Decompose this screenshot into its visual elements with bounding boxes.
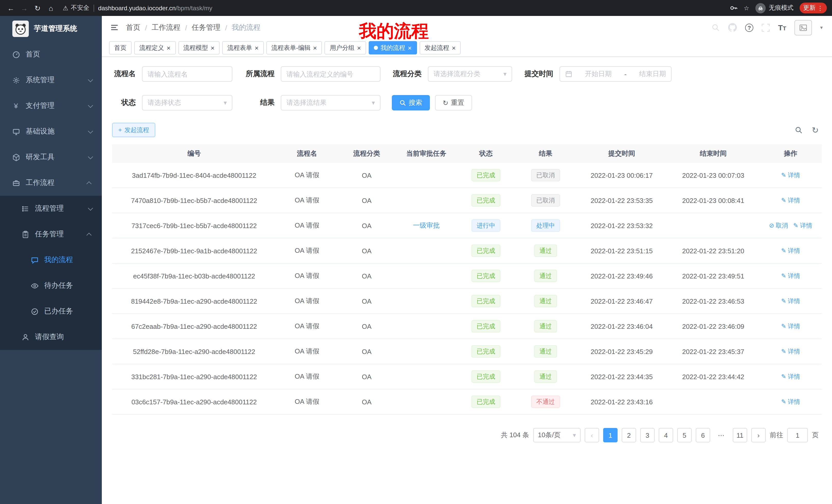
sidebar-item-todo-tasks[interactable]: 待办任务 — [0, 273, 102, 299]
more-pages-icon[interactable]: ⋯ — [714, 428, 729, 442]
detail-link[interactable]: ✎详情 — [781, 347, 800, 356]
category-select[interactable]: 请选择流程分类 ▾ — [428, 66, 512, 82]
cell-end-time: 2022-01-22 23:45:37 — [667, 347, 759, 355]
refresh-list-icon[interactable]: ↻ — [812, 125, 818, 135]
process-id-input[interactable] — [281, 66, 381, 82]
sidebar-item-leave-query[interactable]: 请假查询 — [0, 324, 102, 350]
date-range-picker[interactable]: 开始日期 - 结束日期 — [560, 66, 672, 82]
address-bar[interactable]: ⚠ 不安全 dashboard.yudao.iocoder.cn/bpm/tas… — [63, 4, 728, 12]
tab-close-icon[interactable]: × — [452, 45, 456, 51]
tab-my-process[interactable]: 我的流程× — [369, 41, 417, 54]
detail-link[interactable]: ✎详情 — [781, 196, 800, 205]
tab-close-icon[interactable]: × — [255, 45, 258, 51]
hamburger-icon[interactable] — [110, 23, 119, 32]
page-size-select[interactable]: 10条/页 ▾ — [533, 428, 580, 442]
avatar[interactable] — [795, 20, 812, 35]
cell-submit-time: 2022-01-22 23:44:35 — [576, 373, 667, 381]
security-chip[interactable]: ⚠ 不安全 — [63, 4, 89, 12]
result-select[interactable]: 请选择流结果 ▾ — [281, 95, 381, 110]
cell-id: 2152467e-7b9b-11ec-9a1b-acde48001122 — [112, 247, 276, 255]
detail-link[interactable]: ✎详情 — [781, 171, 800, 179]
sidebar-item-label: 请假查询 — [35, 332, 64, 342]
sidebar-item-label: 研发工具 — [26, 152, 54, 162]
back-icon[interactable]: ← — [5, 2, 17, 13]
font-size-icon[interactable]: TT — [778, 23, 786, 32]
page-button-6[interactable]: 6 — [696, 428, 710, 442]
status-select[interactable]: 请选择状态 ▾ — [142, 95, 232, 110]
goto-page-input[interactable] — [787, 428, 808, 442]
sidebar-item-payment[interactable]: ¥ 支付管理 — [0, 93, 102, 119]
incognito-label: 无痕模式 — [769, 4, 794, 12]
search-icon[interactable] — [712, 23, 720, 32]
sidebar-item-process-management[interactable]: 流程管理 — [0, 196, 102, 221]
sidebar-item-devtools[interactable]: 研发工具 — [0, 144, 102, 170]
prev-page-button[interactable]: ‹ — [585, 428, 599, 442]
cancel-link[interactable]: ⊘取消 — [769, 221, 788, 230]
reload-icon[interactable]: ↻ — [32, 2, 43, 13]
tab-home[interactable]: 首页 — [109, 41, 132, 54]
browser-home-icon[interactable]: ⌂ — [45, 2, 57, 13]
breadcrumb-item[interactable]: 首页 — [126, 23, 140, 32]
tab-user-group[interactable]: 用户分组× — [325, 41, 366, 54]
category-placeholder: 请选择流程分类 — [434, 69, 480, 79]
breadcrumb-item[interactable]: 工作流程 — [152, 23, 181, 32]
tab-process-form-edit[interactable]: 流程表单-编辑× — [266, 41, 322, 54]
tab-close-icon[interactable]: × — [313, 45, 317, 51]
tab-close-icon[interactable]: × — [357, 45, 361, 51]
detail-link[interactable]: ✎详情 — [781, 246, 800, 255]
sidebar-item-my-process[interactable]: 我的流程 — [0, 247, 102, 273]
breadcrumb-item[interactable]: 任务管理 — [192, 23, 220, 32]
page-button-11[interactable]: 11 — [733, 428, 747, 442]
page-button-1[interactable]: 1 — [603, 428, 618, 442]
fullscreen-icon[interactable] — [761, 23, 770, 32]
sidebar-item-system[interactable]: 系统管理 — [0, 67, 102, 93]
key-icon[interactable] — [730, 4, 737, 12]
tab-process-form[interactable]: 流程表单× — [222, 41, 263, 54]
detail-link[interactable]: ✎详情 — [781, 322, 800, 331]
tab-process-definition[interactable]: 流程定义× — [134, 41, 176, 54]
process-name-input[interactable] — [142, 66, 232, 82]
detail-link[interactable]: ✎详情 — [781, 297, 800, 305]
create-process-button[interactable]: + 发起流程 — [112, 123, 155, 137]
app-logo[interactable]: 芋道管理系统 — [0, 16, 102, 41]
tab-close-icon[interactable]: × — [408, 45, 412, 51]
next-page-button[interactable]: › — [751, 428, 766, 442]
cell-name: OA 请假 — [276, 397, 338, 407]
sidebar-item-workflow[interactable]: 工作流程 — [0, 170, 102, 196]
sidebar-item-home[interactable]: 首页 — [0, 41, 102, 67]
detail-link[interactable]: ✎详情 — [781, 272, 800, 280]
process-table: 编号 流程名 流程分类 当前审批任务 状态 结果 提交时间 结束时间 操作 3a… — [112, 144, 822, 415]
detail-link[interactable]: ✎详情 — [781, 397, 800, 406]
help-icon[interactable]: ? — [745, 23, 753, 32]
tab-close-icon[interactable]: × — [166, 45, 171, 51]
url-text[interactable]: dashboard.yudao.iocoder.cn/bpm/task/my — [98, 4, 212, 11]
page-button-2[interactable]: 2 — [622, 428, 636, 442]
reset-button[interactable]: ↻ 重置 — [435, 95, 472, 110]
sidebar-item-infrastructure[interactable]: 基础设施 — [0, 119, 102, 144]
tab-create-process[interactable]: 发起流程× — [419, 41, 461, 54]
tab-process-model[interactable]: 流程模型× — [178, 41, 219, 54]
sidebar-item-task-management[interactable]: 任务管理 — [0, 221, 102, 247]
table-row: 3ad174fb-7b9d-11ec-8404-acde48001122 OA … — [112, 163, 822, 188]
bookmark-star-icon[interactable]: ☆ — [744, 4, 749, 11]
update-button[interactable]: 更新 ⋮ — [800, 3, 827, 13]
toggle-search-icon[interactable] — [795, 126, 802, 134]
table-row: 7470a810-7b9b-11ec-b5b7-acde48001122 OA … — [112, 188, 822, 213]
current-task-link[interactable]: 一级审批 — [413, 221, 440, 230]
search-button[interactable]: 搜索 — [392, 95, 430, 110]
page-button-4[interactable]: 4 — [659, 428, 673, 442]
github-icon[interactable] — [728, 23, 737, 32]
incognito-badge[interactable]: 无痕模式 — [755, 3, 794, 13]
detail-link[interactable]: ✎详情 — [793, 221, 812, 230]
sidebar-item-done-tasks[interactable]: 已办任务 — [0, 299, 102, 324]
tab-close-icon[interactable]: × — [211, 45, 214, 51]
detail-link[interactable]: ✎详情 — [781, 372, 800, 381]
column-header: 编号 — [112, 149, 276, 158]
page-button-5[interactable]: 5 — [677, 428, 692, 442]
status-badge: 进行中 — [471, 219, 500, 232]
page-button-3[interactable]: 3 — [640, 428, 655, 442]
cell-name: OA 请假 — [276, 372, 338, 381]
forward-icon[interactable]: → — [19, 2, 30, 13]
chevron-down-icon[interactable]: ▾ — [820, 25, 823, 30]
chevron-down-icon: ▾ — [372, 99, 375, 106]
